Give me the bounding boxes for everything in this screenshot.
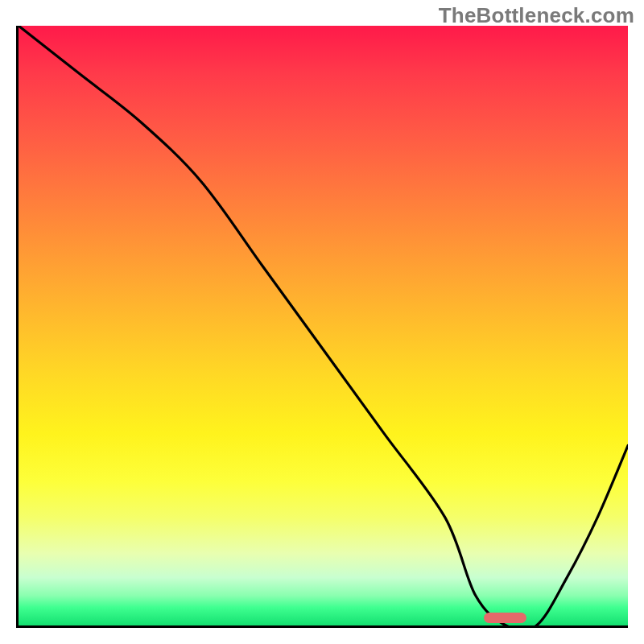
optimum-range-marker — [484, 613, 526, 623]
bottleneck-chart: TheBottleneck.com — [0, 0, 644, 644]
bottleneck-curve-line — [19, 26, 628, 625]
watermark-text: TheBottleneck.com — [439, 3, 634, 28]
plot-area — [16, 26, 628, 628]
